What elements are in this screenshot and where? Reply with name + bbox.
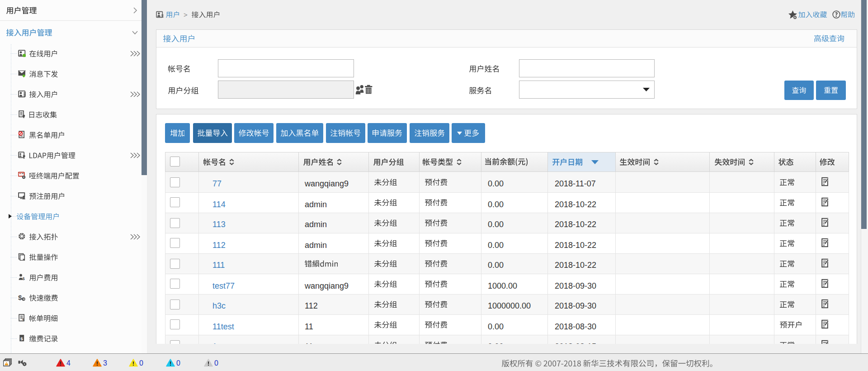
svg-text:$: $ <box>18 294 22 301</box>
svg-text:$: $ <box>20 336 23 341</box>
svg-text:$: $ <box>23 276 25 281</box>
svg-text:$: $ <box>22 318 24 322</box>
